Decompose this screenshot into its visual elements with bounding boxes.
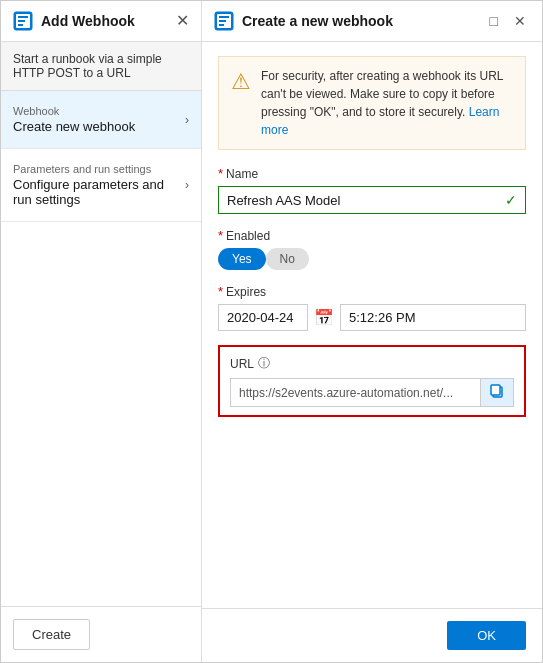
expires-date-input[interactable] [218,304,308,331]
nav-item-parameters-title: Configure parameters and run settings [13,177,179,207]
chevron-right-icon-1: › [185,178,189,192]
svg-rect-4 [18,24,23,26]
nav-item-webhook[interactable]: Webhook Create new webhook › [1,91,201,149]
toggle-yes-button[interactable]: Yes [218,248,266,270]
required-star-enabled: * [218,228,223,243]
svg-rect-9 [219,24,224,26]
expires-time-input[interactable] [340,304,526,331]
left-header: Add Webhook ✕ [1,1,201,42]
left-panel-title: Add Webhook [41,13,135,29]
create-button[interactable]: Create [13,619,90,650]
warning-text: For security, after creating a webhook i… [261,67,513,139]
valid-check-icon: ✓ [505,192,517,208]
nav-item-webhook-content: Webhook Create new webhook [13,105,179,134]
name-label: * Name [218,166,526,181]
info-icon[interactable]: ⓘ [258,355,270,372]
left-panel: Add Webhook ✕ Start a runbook via a simp… [1,1,202,662]
toggle-group: Yes No [218,248,526,270]
name-field: * Name Refresh AAS Model ✓ [218,166,526,214]
warning-box: ⚠ For security, after creating a webhook… [218,56,526,150]
calendar-icon[interactable]: 📅 [314,308,334,327]
expires-row: 📅 [218,304,526,331]
svg-rect-11 [491,385,500,395]
enabled-label: * Enabled [218,228,526,243]
right-header-actions: □ ✕ [486,11,530,31]
chevron-right-icon-0: › [185,113,189,127]
nav-item-parameters[interactable]: Parameters and run settings Configure pa… [1,149,201,222]
ok-button[interactable]: OK [447,621,526,650]
left-subtitle: Start a runbook via a simple HTTP POST t… [1,42,201,91]
url-section: URL ⓘ [218,345,526,417]
right-panel: Create a new webhook □ ✕ ⚠ For security,… [202,1,542,662]
right-content: ⚠ For security, after creating a webhook… [202,42,542,608]
webhook-icon-right [214,11,234,31]
url-input-row [230,378,514,407]
close-button-right[interactable]: ✕ [510,11,530,31]
right-header: Create a new webhook □ ✕ [202,1,542,42]
copy-icon [489,383,505,399]
expires-field: * Expires 📅 [218,284,526,331]
required-star-name: * [218,166,223,181]
toggle-no-button[interactable]: No [266,248,309,270]
nav-item-webhook-label: Webhook [13,105,179,117]
svg-rect-7 [219,16,229,18]
warning-icon: ⚠ [231,69,251,95]
nav-item-parameters-label: Parameters and run settings [13,163,179,175]
url-label-row: URL ⓘ [230,355,514,372]
webhook-icon-left [13,11,33,31]
name-input-display[interactable]: Refresh AAS Model ✓ [218,186,526,214]
enabled-field: * Enabled Yes No [218,228,526,270]
nav-item-parameters-content: Parameters and run settings Configure pa… [13,163,179,207]
right-footer: OK [202,608,542,662]
svg-rect-3 [18,20,25,22]
required-star-expires: * [218,284,223,299]
url-label: URL [230,357,254,371]
expires-label: * Expires [218,284,526,299]
right-panel-title: Create a new webhook [242,13,393,29]
close-button-left[interactable]: ✕ [176,13,189,29]
svg-rect-2 [18,16,28,18]
copy-url-button[interactable] [480,379,513,406]
left-footer: Create [1,606,201,662]
svg-rect-8 [219,20,226,22]
nav-item-webhook-title: Create new webhook [13,119,179,134]
url-input[interactable] [231,381,480,405]
minimize-button[interactable]: □ [486,11,502,31]
